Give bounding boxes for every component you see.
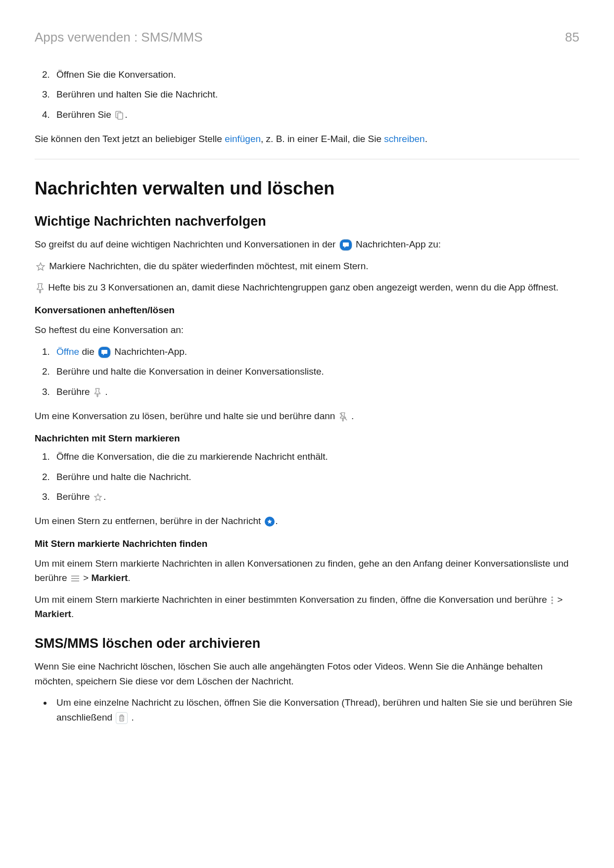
delete-intro: Wenn Sie eine Nachricht löschen, löschen…: [35, 659, 579, 688]
document-page: Apps verwenden : SMS/MMS 85 Öffnen Sie d…: [0, 0, 614, 759]
page-header: Apps verwenden : SMS/MMS 85: [35, 30, 579, 45]
step-text: .: [102, 386, 108, 397]
delete-bullet-list: Um eine einzelne Nachricht zu löschen, ö…: [35, 695, 579, 724]
paste-paragraph: Sie können den Text jetzt an beliebiger …: [35, 132, 579, 146]
messages-app-icon: [98, 346, 111, 358]
find-one-paragraph: Um mit einem Stern markierte Nachrichten…: [35, 592, 579, 622]
text: Um mit einem Stern markierte Nachrichten…: [35, 594, 550, 605]
step-text: .: [125, 109, 127, 120]
step-text: Öffnen Sie die Konversation.: [56, 69, 176, 80]
intro-paragraph: So greifst du auf deine wichtigen Nachri…: [35, 237, 579, 251]
svg-point-6: [551, 596, 553, 598]
divider: [35, 159, 579, 159]
svg-rect-1: [118, 113, 123, 119]
star-steps-list: Öffne die Konversation, die die zu marki…: [35, 449, 579, 505]
pin-icon: [94, 387, 101, 397]
list-item: Berühre .: [52, 489, 579, 505]
text: Nachrichten-App zu:: [353, 239, 441, 249]
copy-icon: [115, 110, 124, 120]
step-text: .: [103, 491, 106, 502]
heading-2: SMS/MMS löschen oder archivieren: [35, 636, 579, 651]
find-all-paragraph: Um mit einem Stern markierte Nachrichten…: [35, 556, 579, 585]
text: So greifst du auf deine wichtigen Nachri…: [35, 239, 338, 249]
paste-link[interactable]: einfügen: [225, 134, 261, 144]
list-item: Berühre und halte die Konversation in de…: [52, 364, 579, 380]
list-item: Öffnen Sie die Konversation.: [52, 67, 579, 83]
trash-icon: [116, 712, 128, 724]
messages-app-icon: [339, 239, 352, 251]
list-item: Berühre .: [52, 384, 579, 400]
svg-point-8: [551, 602, 553, 604]
pin-outline-icon: [36, 283, 45, 293]
text: Hefte bis zu 3 Konversationen an, damit …: [46, 282, 559, 292]
hamburger-menu-icon: [71, 575, 80, 582]
pin-feature-line: Hefte bis zu 3 Konversationen an, damit …: [35, 280, 579, 294]
svg-point-7: [551, 599, 553, 601]
text: .: [128, 573, 130, 583]
step-text: Berühren Sie: [56, 109, 114, 120]
list-item: Öffne die Nachrichten-App.: [52, 344, 579, 360]
pin-steps-list: Öffne die Nachrichten-App. Berühre und h…: [35, 344, 579, 400]
unpin-paragraph: Um eine Konversation zu lösen, berühre u…: [35, 409, 579, 423]
text: Um eine Konversation zu lösen, berühre u…: [35, 411, 338, 421]
copy-steps-list: Öffnen Sie die Konversation. Berühren un…: [35, 67, 579, 123]
more-vert-icon: [551, 596, 554, 605]
heading-1: Nachrichten verwalten und löschen: [35, 178, 579, 199]
bold-label: Markiert: [91, 573, 128, 583]
open-link[interactable]: Öffne: [56, 346, 79, 357]
text: Sie können den Text jetzt an beliebiger …: [35, 134, 225, 144]
text: , z. B. in einer E-Mail, die Sie: [261, 134, 384, 144]
step-text: Berühre und halte die Konversation in de…: [56, 366, 324, 377]
list-item: Berühren und halten Sie die Nachricht.: [52, 87, 579, 102]
compose-link[interactable]: schreiben: [384, 134, 425, 144]
list-item: Öffne die Konversation, die die zu marki…: [52, 449, 579, 465]
star-outline-icon: [36, 262, 46, 272]
text: .: [71, 609, 74, 619]
text: die: [79, 346, 97, 357]
text: .: [425, 134, 427, 144]
unpin-icon: [339, 412, 348, 422]
svg-rect-9: [120, 716, 124, 721]
heading-3: Mit Stern markierte Nachrichten finden: [35, 538, 579, 549]
bold-label: Markiert: [35, 609, 71, 619]
list-item: Berühren Sie .: [52, 107, 579, 123]
text: .: [276, 516, 278, 526]
star-filled-icon: [265, 517, 275, 527]
svg-rect-13: [121, 715, 123, 716]
step-text: Berühren und halten Sie die Nachricht.: [56, 89, 218, 99]
text: Um einen Stern zu entfernen, berühre in …: [35, 516, 264, 526]
star-feature-line: Markiere Nachrichten, die du später wied…: [35, 259, 579, 273]
step-text: Berühre: [56, 386, 93, 397]
star-outline-icon: [94, 493, 102, 502]
pin-intro: So heftest du eine Konversation an:: [35, 323, 579, 337]
step-text: Öffne die Konversation, die die zu marki…: [56, 451, 328, 462]
page-number: 85: [565, 30, 579, 45]
breadcrumb: Apps verwenden : SMS/MMS: [35, 30, 203, 45]
heading-3: Konversationen anheften/lösen: [35, 305, 579, 316]
text: >: [81, 573, 92, 583]
step-text: Berühre und halte die Nachricht.: [56, 472, 191, 482]
list-item: Berühre und halte die Nachricht.: [52, 469, 579, 485]
step-text: Berühre: [56, 491, 93, 502]
heading-3: Nachrichten mit Stern markieren: [35, 433, 579, 444]
unstar-paragraph: Um einen Stern zu entfernen, berühre in …: [35, 514, 579, 528]
text: Nachrichten-App.: [112, 346, 187, 357]
list-item: Um eine einzelne Nachricht zu löschen, ö…: [52, 695, 579, 724]
text: >: [555, 594, 563, 605]
text: Markiere Nachrichten, die du später wied…: [47, 261, 369, 271]
heading-2: Wichtige Nachrichten nachverfolgen: [35, 214, 579, 229]
text: .: [349, 411, 354, 421]
text: .: [129, 712, 134, 723]
